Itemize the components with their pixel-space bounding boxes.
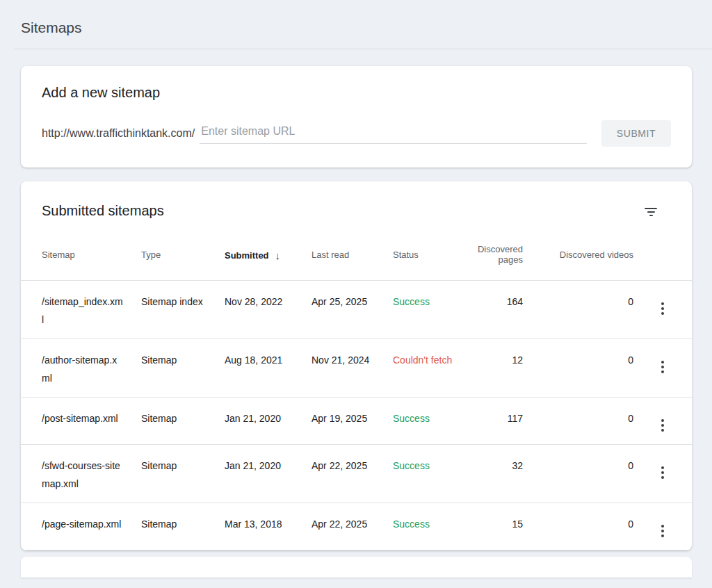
sitemap-type: Sitemap index xyxy=(141,281,225,339)
sitemap-path-link[interactable]: /post-sitemap.xml xyxy=(42,413,118,424)
add-sitemap-card: Add a new sitemap http://www.trafficthin… xyxy=(21,66,692,168)
discovered-pages-count: 15 xyxy=(454,503,523,550)
last-read-date: Apr 19, 2025 xyxy=(312,398,393,445)
page-title: Sitemaps xyxy=(0,0,712,38)
row-menu-icon[interactable] xyxy=(656,522,670,540)
add-sitemap-input-row: http://www.trafficthinktank.com/ SUBMIT xyxy=(21,120,692,147)
column-header-last-read[interactable]: Last read xyxy=(312,220,393,281)
row-menu-icon[interactable] xyxy=(656,464,670,482)
discovered-videos-count: 0 xyxy=(523,445,633,503)
submitted-date: Jan 21, 2020 xyxy=(225,398,312,445)
last-read-date: Apr 22, 2025 xyxy=(312,503,393,550)
submitted-date: Jan 21, 2020 xyxy=(225,445,312,503)
discovered-pages-count: 32 xyxy=(454,445,523,503)
filter-icon[interactable] xyxy=(640,204,661,220)
status-badge: Success xyxy=(393,296,430,307)
sitemap-url-input[interactable] xyxy=(200,124,587,144)
sitemap-type: Sitemap xyxy=(141,398,225,445)
row-menu-icon[interactable] xyxy=(656,358,670,376)
table-row[interactable]: /author-sitemap.xml Sitemap Aug 18, 2021… xyxy=(21,339,692,398)
column-header-status[interactable]: Status xyxy=(393,220,454,281)
submitted-date: Mar 13, 2018 xyxy=(225,503,312,550)
submit-button[interactable]: SUBMIT xyxy=(601,120,671,147)
discovered-videos-count: 0 xyxy=(523,281,633,339)
table-row[interactable]: /sitemap_index.xml Sitemap index Nov 28,… xyxy=(21,281,692,339)
sitemap-path-link[interactable]: /author-sitemap.xml xyxy=(42,354,117,384)
column-header-sitemap[interactable]: Sitemap xyxy=(21,220,141,281)
discovered-pages-count: 12 xyxy=(454,339,523,398)
status-badge: Success xyxy=(393,518,430,530)
submitted-sitemaps-card: Submitted sitemaps Sitemap Type Submitte… xyxy=(21,181,692,550)
last-read-date: Apr 22, 2025 xyxy=(312,445,393,503)
sitemap-path-link[interactable]: /page-sitemap.xml xyxy=(42,518,121,530)
discovered-videos-count: 0 xyxy=(523,398,633,445)
table-row[interactable]: /post-sitemap.xml Sitemap Jan 21, 2020 A… xyxy=(21,398,692,445)
page-divider xyxy=(14,49,712,49)
status-badge: Success xyxy=(393,460,430,471)
last-read-date: Apr 25, 2025 xyxy=(312,281,393,339)
sitemap-path-link[interactable]: /sfwd-courses-sitemap.xml xyxy=(42,460,120,489)
row-menu-icon[interactable] xyxy=(656,416,670,434)
column-header-actions xyxy=(633,220,692,281)
row-menu-icon[interactable] xyxy=(656,300,670,318)
sitemaps-table: Sitemap Type Submitted↓ Last read Status… xyxy=(21,220,692,550)
table-header-row: Sitemap Type Submitted↓ Last read Status… xyxy=(21,220,692,281)
last-read-date: Nov 21, 2024 xyxy=(312,339,393,398)
sitemap-path-link[interactable]: /sitemap_index.xml xyxy=(42,296,123,325)
column-header-discovered-pages[interactable]: Discovered pages xyxy=(454,220,523,281)
sitemap-type: Sitemap xyxy=(141,503,225,550)
submitted-date: Aug 18, 2021 xyxy=(225,339,312,398)
submitted-sitemaps-header: Submitted sitemaps xyxy=(21,181,692,220)
submitted-date: Nov 28, 2022 xyxy=(225,281,312,339)
status-badge: Couldn't fetch xyxy=(393,354,452,366)
table-row[interactable]: /page-sitemap.xml Sitemap Mar 13, 2018 A… xyxy=(21,503,692,550)
sitemap-type: Sitemap xyxy=(141,339,225,398)
site-url-prefix: http://www.trafficthinktank.com/ xyxy=(42,127,195,140)
add-sitemap-heading: Add a new sitemap xyxy=(21,84,692,101)
column-header-type[interactable]: Type xyxy=(141,220,225,281)
table-row[interactable]: /sfwd-courses-sitemap.xml Sitemap Jan 21… xyxy=(21,445,692,503)
next-card-clipped xyxy=(21,557,692,578)
submitted-sitemaps-heading: Submitted sitemaps xyxy=(42,202,164,219)
status-badge: Success xyxy=(393,413,430,424)
discovered-pages-count: 117 xyxy=(454,398,523,445)
discovered-videos-count: 0 xyxy=(523,339,633,398)
column-header-discovered-videos[interactable]: Discovered videos xyxy=(523,220,633,281)
column-header-submitted[interactable]: Submitted↓ xyxy=(225,220,312,281)
discovered-pages-count: 164 xyxy=(454,281,523,339)
discovered-videos-count: 0 xyxy=(523,503,633,550)
sitemap-type: Sitemap xyxy=(141,445,225,503)
sort-descending-icon: ↓ xyxy=(275,250,281,261)
